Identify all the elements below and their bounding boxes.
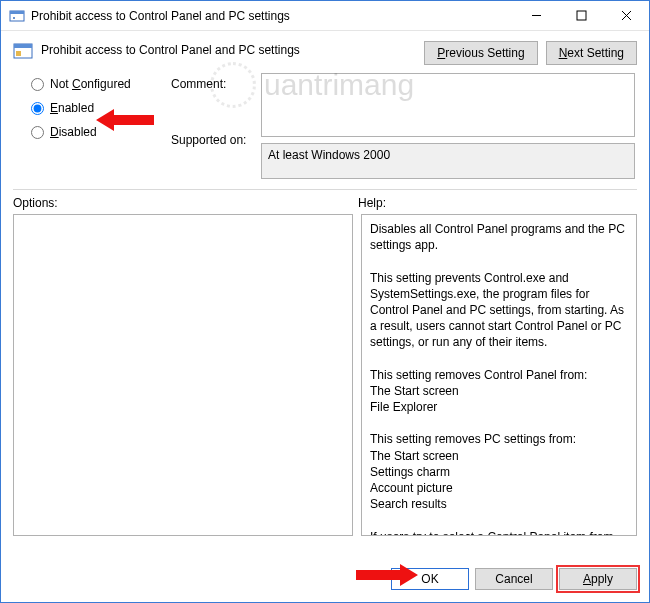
comment-label: Comment: xyxy=(171,77,261,91)
radio-disabled[interactable]: Disabled xyxy=(31,125,171,139)
divider xyxy=(13,189,637,190)
supported-on-label: Supported on: xyxy=(171,133,261,147)
help-panel[interactable]: Disables all Control Panel programs and … xyxy=(361,214,637,536)
help-label: Help: xyxy=(358,196,637,210)
ok-button[interactable]: OK xyxy=(391,568,469,590)
svg-rect-9 xyxy=(16,51,21,56)
subheader: Prohibit access to Control Panel and PC … xyxy=(1,31,649,69)
options-label: Options: xyxy=(13,196,358,210)
next-setting-button[interactable]: Next Setting xyxy=(546,41,637,65)
radio-enabled-label: Enabled xyxy=(50,101,94,115)
comment-textarea[interactable] xyxy=(261,73,635,137)
titlebar: Prohibit access to Control Panel and PC … xyxy=(1,1,649,31)
svg-point-2 xyxy=(13,17,15,19)
field-labels: Comment: Supported on: xyxy=(171,73,261,179)
gpo-policy-window: Prohibit access to Control Panel and PC … xyxy=(0,0,650,603)
policy-title: Prohibit access to Control Panel and PC … xyxy=(41,41,424,57)
radio-not-configured-label: Not Configured xyxy=(50,77,131,91)
field-column: At least Windows 2000 xyxy=(261,73,637,179)
radio-disabled-label: Disabled xyxy=(50,125,97,139)
policy-icon xyxy=(9,8,25,24)
radio-enabled[interactable]: Enabled xyxy=(31,101,171,115)
radio-not-configured[interactable]: Not Configured xyxy=(31,77,171,91)
previous-setting-button[interactable]: Previous Setting xyxy=(424,41,537,65)
panels-header: Options: Help: xyxy=(1,196,649,214)
apply-button[interactable]: Apply xyxy=(559,568,637,590)
panels: Disables all Control Panel programs and … xyxy=(1,214,649,558)
window-controls xyxy=(514,1,649,30)
radio-group: Not Configured Enabled Disabled xyxy=(31,73,171,179)
radio-enabled-input[interactable] xyxy=(31,102,44,115)
svg-rect-1 xyxy=(10,11,24,14)
help-text: Disables all Control Panel programs and … xyxy=(370,221,628,536)
supported-on-text: At least Windows 2000 xyxy=(268,148,390,162)
policy-large-icon xyxy=(13,41,33,61)
window-title: Prohibit access to Control Panel and PC … xyxy=(31,9,514,23)
svg-rect-8 xyxy=(14,44,32,48)
supported-on-box: At least Windows 2000 xyxy=(261,143,635,179)
radio-disabled-input[interactable] xyxy=(31,126,44,139)
config-row: Not Configured Enabled Disabled Comment:… xyxy=(1,69,649,179)
cancel-button[interactable]: Cancel xyxy=(475,568,553,590)
close-button[interactable] xyxy=(604,1,649,30)
nav-buttons: Previous Setting Next Setting xyxy=(424,41,637,65)
minimize-button[interactable] xyxy=(514,1,559,30)
svg-rect-4 xyxy=(577,11,586,20)
options-panel[interactable] xyxy=(13,214,353,536)
radio-not-configured-input[interactable] xyxy=(31,78,44,91)
footer-buttons: OK Cancel Apply xyxy=(1,558,649,602)
maximize-button[interactable] xyxy=(559,1,604,30)
